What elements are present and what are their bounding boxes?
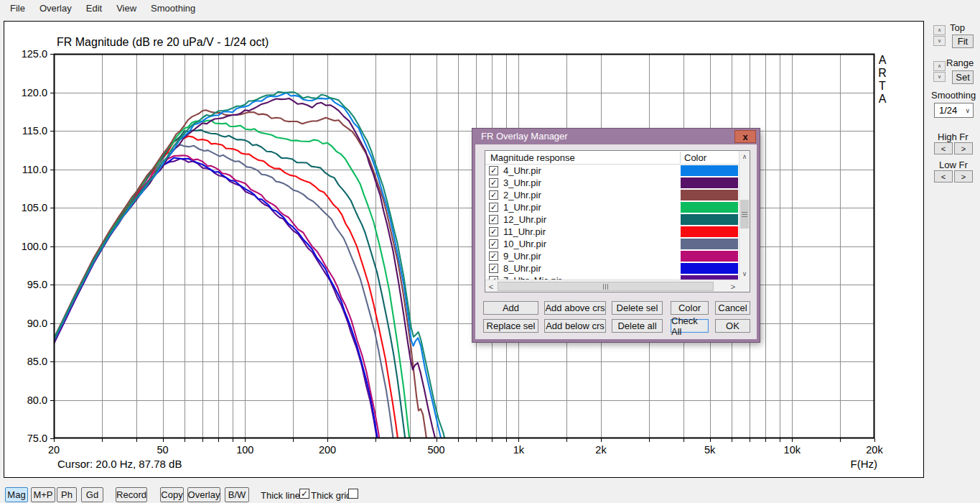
overlay-checkbox[interactable]: ✓ bbox=[489, 264, 498, 273]
overlay-checkbox[interactable]: ✓ bbox=[489, 166, 498, 175]
overlay-row-1-uhr-pir[interactable]: ✓1_Uhr.pir bbox=[485, 201, 739, 213]
overlay-name: 3_Uhr.pir bbox=[503, 177, 541, 188]
overlay-name: 4_Uhr.pir bbox=[503, 165, 541, 176]
overlay-checkbox[interactable]: ✓ bbox=[489, 203, 498, 212]
top-spin-up-button[interactable]: ∧ bbox=[933, 25, 946, 35]
curve-3-uhr-pir bbox=[54, 98, 439, 452]
top-spin-down-button[interactable]: ∨ bbox=[933, 36, 946, 46]
dialog-button-cancel[interactable]: Cancel bbox=[715, 301, 750, 315]
dialog-close-button[interactable]: x bbox=[734, 130, 756, 143]
overlay-row-12-uhr-pir[interactable]: ✓12_Uhr.pir bbox=[485, 213, 739, 226]
vertical-scrollbar-thumb[interactable] bbox=[740, 200, 749, 229]
thick-line-label: Thick line bbox=[261, 490, 300, 501]
toolbar-button-gd[interactable]: Gd bbox=[81, 487, 103, 502]
svg-text:90.0: 90.0 bbox=[27, 318, 47, 329]
curve-1-uhr-pir bbox=[54, 121, 410, 443]
dialog-button-check-all[interactable]: Check All bbox=[671, 319, 709, 333]
overlay-checkbox[interactable]: ✓ bbox=[489, 178, 498, 188]
thick-grid-checkbox[interactable] bbox=[348, 489, 358, 499]
range-spin-up-button[interactable]: ∧ bbox=[933, 61, 946, 71]
overlay-row-8-uhr-pir[interactable]: ✓8_Uhr.pir bbox=[485, 262, 739, 274]
toolbar-button-b-w[interactable]: B/W bbox=[225, 487, 249, 502]
range-spin-down-button[interactable]: ∨ bbox=[933, 72, 946, 82]
svg-text:200: 200 bbox=[319, 444, 336, 456]
overlay-row-10-uhr-pir[interactable]: ✓10_Uhr.pir bbox=[485, 238, 739, 250]
color-swatch[interactable] bbox=[681, 251, 738, 262]
scroll-up-icon[interactable]: ∧ bbox=[739, 151, 750, 162]
chart-title: FR Magnitude (dB re 20 uPa/V - 1/24 oct) bbox=[57, 36, 269, 49]
color-swatch[interactable] bbox=[681, 226, 738, 237]
overlay-checkbox[interactable]: ✓ bbox=[489, 251, 498, 261]
color-swatch[interactable] bbox=[681, 239, 738, 249]
smoothing-label: Smoothing bbox=[931, 90, 976, 101]
low-fr-decrease-button[interactable]: < bbox=[934, 170, 953, 183]
overlay-checkbox[interactable]: ✓ bbox=[489, 215, 498, 224]
overlay-name: 10_Uhr.pir bbox=[503, 239, 546, 249]
chevron-down-icon: ∨ bbox=[965, 107, 973, 114]
color-swatch[interactable] bbox=[681, 263, 738, 274]
menu-item-overlay[interactable]: Overlay bbox=[32, 0, 79, 17]
scroll-left-icon[interactable]: < bbox=[485, 281, 497, 292]
dialog-button-add-below-crs[interactable]: Add below crs bbox=[544, 319, 606, 333]
horizontal-scrollbar-thumb[interactable] bbox=[498, 282, 714, 291]
toolbar-button-record[interactable]: Record bbox=[116, 487, 147, 502]
toolbar-button-ph[interactable]: Ph bbox=[57, 487, 77, 502]
dialog-button-ok[interactable]: OK bbox=[715, 319, 750, 333]
toolbar-button-mag[interactable]: Mag bbox=[5, 487, 28, 502]
color-swatch[interactable] bbox=[681, 165, 738, 176]
chart-panel: FR Magnitude (dB re 20 uPa/V - 1/24 oct)… bbox=[4, 21, 924, 478]
svg-text:125.0: 125.0 bbox=[22, 48, 47, 60]
toolbar-button-overlay[interactable]: Overlay bbox=[187, 487, 220, 502]
overlay-checkbox[interactable]: ✓ bbox=[489, 239, 498, 249]
smoothing-dropdown[interactable]: 1/24 ∨ bbox=[934, 103, 974, 118]
dialog-button-delete-sel[interactable]: Delete sel bbox=[612, 301, 663, 315]
overlay-name: 12_Uhr.pir bbox=[503, 214, 546, 225]
svg-text:10k: 10k bbox=[784, 444, 801, 456]
menu-item-view[interactable]: View bbox=[109, 0, 144, 17]
overlay-row-4-uhr-pir[interactable]: ✓4_Uhr.pir bbox=[485, 165, 739, 177]
smoothing-value: 1/24 bbox=[935, 105, 965, 116]
color-swatch[interactable] bbox=[681, 214, 738, 225]
fit-button[interactable]: Fit bbox=[952, 34, 974, 48]
horizontal-scrollbar[interactable]: < > bbox=[485, 280, 739, 292]
arta-window: FileOverlayEditViewSmoothing FR Magnitud… bbox=[0, 0, 980, 503]
menu-item-smoothing[interactable]: Smoothing bbox=[144, 0, 202, 17]
high-fr-decrease-button[interactable]: < bbox=[934, 142, 953, 154]
overlay-row-7-uhr-mic-pir[interactable]: ✓7_Uhr_Mic.pir bbox=[485, 274, 739, 280]
toolbar-button-copy[interactable]: Copy bbox=[160, 487, 184, 502]
dialog-button-add-above-crs[interactable]: Add above crs bbox=[544, 301, 606, 315]
low-fr-label: Low Fr bbox=[939, 160, 968, 170]
overlay-name: 2_Uhr.pir bbox=[503, 190, 541, 200]
scroll-right-icon[interactable]: > bbox=[727, 281, 739, 292]
overlay-checkbox[interactable]: ✓ bbox=[489, 227, 498, 236]
high-fr-increase-button[interactable]: > bbox=[954, 142, 973, 154]
overlay-row-11-uhr-pir[interactable]: ✓11_Uhr.pir bbox=[485, 226, 739, 238]
set-button[interactable]: Set bbox=[952, 70, 974, 84]
overlay-listbox: Magnitude response Color ✓4_Uhr.pir✓3_Uh… bbox=[485, 150, 750, 292]
dialog-button-add[interactable]: Add bbox=[483, 301, 538, 315]
thick-line-checkbox[interactable]: ✓ bbox=[299, 489, 309, 499]
menu-item-file[interactable]: File bbox=[3, 0, 32, 17]
overlay-checkbox[interactable]: ✓ bbox=[489, 190, 498, 200]
menu-item-edit[interactable]: Edit bbox=[79, 0, 109, 17]
overlay-name: 9_Uhr.pir bbox=[503, 251, 541, 262]
overlay-row-9-uhr-pir[interactable]: ✓9_Uhr.pir bbox=[485, 250, 739, 262]
dialog-button-delete-all[interactable]: Delete all bbox=[612, 319, 663, 333]
color-swatch[interactable] bbox=[681, 190, 738, 200]
curve-12-uhr-pir bbox=[54, 130, 406, 446]
range-label: Range bbox=[946, 57, 974, 68]
dialog-titlebar[interactable]: FR Overlay Manager x bbox=[475, 129, 757, 144]
arta-watermark: ARTA bbox=[876, 54, 889, 106]
toolbar-button-m-p[interactable]: M+P bbox=[31, 487, 55, 502]
color-swatch[interactable] bbox=[681, 202, 738, 213]
color-swatch[interactable] bbox=[681, 177, 738, 188]
overlay-row-2-uhr-pir[interactable]: ✓2_Uhr.pir bbox=[485, 189, 739, 201]
scroll-down-icon[interactable]: ∨ bbox=[739, 268, 750, 280]
dialog-button-color[interactable]: Color bbox=[671, 301, 709, 315]
low-fr-increase-button[interactable]: > bbox=[954, 170, 973, 183]
overlay-list-header: Magnitude response Color bbox=[485, 151, 739, 165]
overlay-name: 11_Uhr.pir bbox=[503, 226, 546, 237]
overlay-row-3-uhr-pir[interactable]: ✓3_Uhr.pir bbox=[485, 177, 739, 189]
vertical-scrollbar[interactable]: ∧ ∨ bbox=[739, 151, 750, 280]
dialog-button-replace-sel[interactable]: Replace sel bbox=[483, 319, 538, 333]
